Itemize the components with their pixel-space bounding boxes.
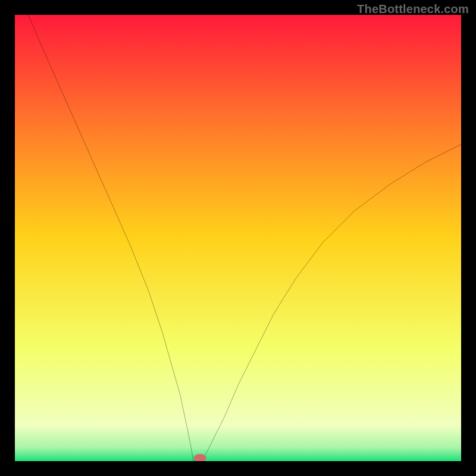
watermark-text: TheBottleneck.com [357,2,469,16]
chart-frame: TheBottleneck.com [0,0,476,476]
bottleneck-chart [15,15,461,461]
heat-background [15,15,461,461]
